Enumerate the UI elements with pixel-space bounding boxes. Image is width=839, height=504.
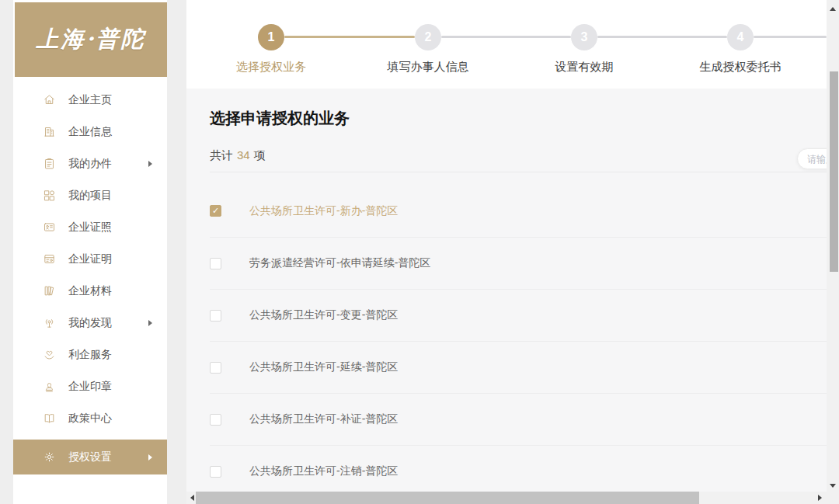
- step-number-badge: 4: [727, 24, 754, 50]
- sidebar-item-label: 政策中心: [68, 412, 112, 426]
- vertical-scroll-thumb[interactable]: [830, 71, 838, 272]
- hands-heart-icon: [43, 348, 56, 361]
- sidebar-item-label: 我的项目: [68, 189, 112, 203]
- search-input[interactable]: [797, 148, 827, 169]
- stepper-step-2: 2填写办事人信息: [358, 24, 498, 75]
- service-row[interactable]: 公共场所卫生许可-补证-普陀区: [210, 393, 827, 445]
- sidebar-item-enterprise-info[interactable]: 企业信息: [13, 116, 167, 148]
- service-row[interactable]: 公共场所卫生许可-延续-普陀区: [210, 341, 827, 393]
- stepper-step-1: 1选择授权业务: [201, 24, 341, 75]
- stepper: 1选择授权业务2填写办事人信息3设置有效期4生成授权委托书: [186, 0, 827, 89]
- books-icon: [43, 284, 56, 297]
- sidebar-item-label: 企业主页: [68, 93, 112, 107]
- scroll-up-arrow-icon[interactable]: [830, 7, 836, 11]
- sidebar: 上海·普陀 企业主页企业信息我的办件我的项目企业证照企业证明企业材料我的发现利企…: [13, 0, 167, 504]
- building-icon: [43, 125, 56, 138]
- step-label: 设置有效期: [514, 60, 654, 75]
- sidebar-item-enterprise-certificates[interactable]: 企业证明: [13, 243, 167, 275]
- checkbox[interactable]: [210, 310, 221, 322]
- count-row: 共计34项: [210, 148, 827, 163]
- sidebar-item-my-projects[interactable]: 我的项目: [13, 179, 167, 211]
- stepper-card: 1选择授权业务2填写办事人信息3设置有效期4生成授权委托书: [186, 0, 827, 89]
- horizontal-scroll-thumb[interactable]: [196, 492, 699, 504]
- count-suffix: 项: [254, 148, 266, 162]
- checkbox[interactable]: [210, 466, 221, 478]
- service-label: 公共场所卫生许可-补证-普陀区: [249, 412, 398, 426]
- sidebar-item-label: 我的办件: [68, 157, 112, 171]
- clipboard-icon: [43, 157, 56, 170]
- app-logo: 上海·普陀: [15, 2, 167, 77]
- service-row[interactable]: 劳务派遣经营许可-依申请延续-普陀区: [210, 237, 827, 289]
- count-value: 34: [237, 148, 250, 162]
- stepper-step-3: 3设置有效期: [514, 24, 654, 75]
- checkbox[interactable]: [210, 205, 221, 217]
- checkbox[interactable]: [210, 258, 221, 269]
- step-label: 选择授权业务: [201, 60, 341, 75]
- sidebar-item-policy-center[interactable]: 政策中心: [13, 402, 167, 434]
- certificate-icon: [43, 252, 56, 266]
- sidebar-item-label: 授权设置: [68, 450, 112, 464]
- broadcast-icon: [43, 316, 56, 329]
- open-book-icon: [43, 412, 56, 425]
- sidebar-item-my-discoveries[interactable]: 我的发现: [13, 307, 167, 339]
- stamp-icon: [43, 380, 56, 393]
- grid-icon: [43, 189, 56, 202]
- step-number-badge: 2: [415, 24, 441, 50]
- scroll-right-arrow-icon[interactable]: [818, 495, 822, 501]
- service-label: 公共场所卫生许可-注销-普陀区: [249, 464, 398, 478]
- sidebar-item-label: 企业证照: [68, 221, 112, 235]
- vertical-scrollbar[interactable]: [827, 0, 839, 504]
- service-row[interactable]: 公共场所卫生许可-新办-普陀区: [210, 185, 827, 237]
- sidebar-item-enterprise-seal[interactable]: 企业印章: [13, 370, 167, 402]
- service-list: 公共场所卫生许可-新办-普陀区劳务派遣经营许可-依申请延续-普陀区公共场所卫生许…: [210, 172, 827, 497]
- chevron-right-icon: [148, 454, 152, 461]
- service-label: 公共场所卫生许可-延续-普陀区: [249, 360, 398, 374]
- logo-text: 上海·普陀: [36, 24, 145, 55]
- main-panel: 1选择授权业务2填写办事人信息3设置有效期4生成授权委托书 选择申请授权的业务 …: [186, 0, 827, 504]
- service-row[interactable]: 公共场所卫生许可-变更-普陀区: [210, 289, 827, 341]
- horizontal-scrollbar[interactable]: [186, 492, 827, 504]
- step-number-badge: 1: [258, 24, 284, 50]
- step-number-badge: 3: [571, 24, 597, 50]
- id-card-icon: [43, 221, 56, 234]
- stepper-step-4: 4生成授权委托书: [670, 24, 810, 75]
- sidebar-item-authorization-settings[interactable]: 授权设置: [13, 440, 167, 474]
- service-row[interactable]: 公共场所卫生许可-注销-普陀区: [210, 445, 827, 497]
- home-icon: [43, 93, 56, 106]
- sidebar-item-label: 我的发现: [68, 316, 112, 330]
- service-label: 公共场所卫生许可-新办-普陀区: [249, 204, 398, 218]
- sidebar-item-label: 企业证明: [68, 252, 112, 266]
- sidebar-item-enterprise-licenses[interactable]: 企业证照: [13, 211, 167, 243]
- chevron-right-icon: [148, 320, 152, 326]
- step-label: 填写办事人信息: [358, 60, 498, 75]
- sidebar-item-enterprise-materials[interactable]: 企业材料: [13, 275, 167, 307]
- scroll-down-arrow-icon[interactable]: [830, 484, 836, 488]
- sidebar-item-my-items[interactable]: 我的办件: [13, 148, 167, 179]
- sidebar-item-label: 企业印章: [68, 380, 112, 394]
- checkbox[interactable]: [210, 414, 221, 426]
- sidebar-item-label: 企业信息: [68, 125, 112, 139]
- chevron-right-icon: [148, 161, 152, 167]
- step-label: 生成授权委托书: [670, 60, 810, 75]
- gear-icon: [43, 450, 56, 464]
- count-prefix: 共计: [210, 148, 233, 162]
- service-label: 公共场所卫生许可-变更-普陀区: [249, 308, 398, 322]
- page-title: 选择申请授权的业务: [210, 89, 827, 129]
- sidebar-menu: 企业主页企业信息我的办件我的项目企业证照企业证明企业材料我的发现利企服务企业印章…: [13, 77, 167, 474]
- sidebar-item-label: 利企服务: [68, 348, 112, 362]
- sidebar-item-business-services[interactable]: 利企服务: [13, 339, 167, 370]
- service-label: 劳务派遣经营许可-依申请延续-普陀区: [249, 256, 430, 270]
- scroll-left-arrow-icon[interactable]: [190, 495, 194, 501]
- sidebar-item-label: 企业材料: [68, 284, 112, 298]
- content-panel: 选择申请授权的业务 共计34项 公共场所卫生许可-新办-普陀区劳务派遣经营许可-…: [186, 89, 827, 492]
- sidebar-item-enterprise-home[interactable]: 企业主页: [13, 84, 167, 116]
- checkbox[interactable]: [210, 362, 221, 374]
